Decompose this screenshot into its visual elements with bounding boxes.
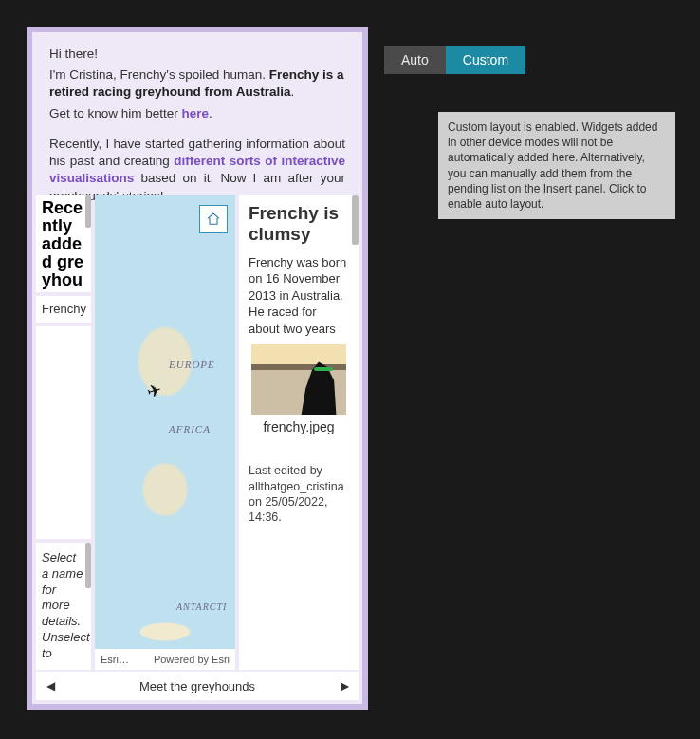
prev-button[interactable]: ◀ — [36, 679, 64, 693]
attribution-right: Powered by Esri — [154, 654, 230, 665]
scrollbar[interactable] — [85, 195, 91, 228]
recently-added-heading-text: Recently added greyhou — [42, 198, 83, 289]
map-label-africa: AFRICA — [169, 423, 211, 434]
intro-line-3c: . — [209, 106, 212, 120]
intro-line-2: I'm Cristina, Frenchy's spoiled human. F… — [49, 66, 345, 101]
scrollbar[interactable] — [352, 195, 359, 245]
recently-added-heading: Recently added greyhou — [36, 195, 91, 292]
list-item[interactable]: Frenchy — [36, 296, 91, 323]
dog-collar-icon — [314, 367, 333, 371]
custom-layout-button[interactable]: Custom — [446, 46, 525, 74]
detail-body: Frenchy was born on 16 November 2013 in … — [249, 254, 349, 338]
hint-text: Select a name for more details. Unselect… — [42, 550, 90, 660]
map-surface[interactable] — [95, 195, 235, 670]
map-widget[interactable]: EUROPE AFRICA ANTARCTI ✈ Esri… Powered b… — [95, 195, 235, 670]
attribution-left: Esri… — [101, 654, 129, 665]
scrollbar[interactable] — [85, 543, 91, 588]
left-column: Recently added greyhou Frenchy Select a … — [36, 195, 91, 670]
list-spacer — [36, 326, 91, 539]
layout-tooltip[interactable]: Custom layout is enabled. Widgets added … — [438, 112, 675, 219]
home-icon — [206, 212, 221, 227]
detail-panel: Frenchy is clumsy Frenchy was born on 16… — [239, 195, 359, 670]
intro-para-2: Recently, I have started gathering infor… — [49, 136, 345, 205]
app-frame: Hi there! I'm Cristina, Frenchy's spoile… — [27, 27, 368, 710]
map-label-europe: EUROPE — [169, 359, 215, 370]
auto-layout-button[interactable]: Auto — [384, 46, 446, 74]
map-home-button[interactable] — [199, 205, 228, 233]
detail-title: Frenchy is clumsy — [249, 203, 349, 245]
footer-title: Meet the greyhounds — [64, 679, 330, 693]
last-edited: Last edited by allthatgeo_cristina on 25… — [249, 463, 349, 525]
detail-image[interactable] — [251, 344, 346, 415]
intro-line-3: Get to know him better here. — [49, 105, 345, 122]
app-inner: Hi there! I'm Cristina, Frenchy's spoile… — [32, 32, 362, 704]
map-attribution: Esri… Powered by Esri — [95, 649, 235, 670]
greeting: Hi there! — [49, 46, 345, 63]
map-label-antarctica: ANTARCTI — [176, 601, 227, 612]
intro-line-2a: I'm Cristina, Frenchy's spoiled human. — [49, 67, 269, 82]
intro-line-2c: . — [291, 84, 295, 99]
intro-line-3a: Get to know him better — [49, 106, 182, 120]
here-link[interactable]: here — [182, 106, 210, 120]
layout-toggle: Auto Custom — [384, 46, 525, 74]
image-caption: frenchy.jpeg — [249, 418, 349, 436]
main-row: Recently added greyhou Frenchy Select a … — [36, 195, 359, 670]
hint-card: Select a name for more details. Unselect… — [36, 543, 91, 670]
intro-text: Hi there! I'm Cristina, Frenchy's spoile… — [32, 32, 362, 216]
footer-bar: ◀ Meet the greyhounds ▶ — [36, 672, 359, 700]
next-button[interactable]: ▶ — [330, 679, 359, 693]
